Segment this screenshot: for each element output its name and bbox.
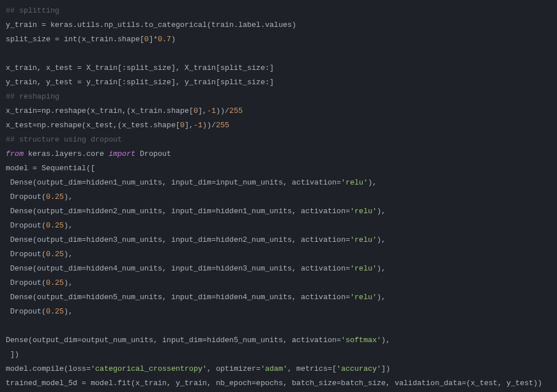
code-line: trained_model_5d = model.fit(x_train, y_… xyxy=(6,376,551,390)
code-text: hidden3_num_units xyxy=(216,264,292,273)
code-line: x_test=np.reshape(x_test,(x_test.shape[0… xyxy=(6,118,551,132)
code-text: , activation= xyxy=(283,178,341,187)
code-text: ), xyxy=(377,207,386,215)
code-text: Dense(output_dim= xyxy=(6,264,86,273)
code-text: Dense(output_dim= xyxy=(6,293,86,301)
code-text: Dropout( xyxy=(6,221,46,230)
string-literal: 'relu' xyxy=(350,236,377,244)
code-line: Dropout(0.25), xyxy=(6,190,551,204)
code-text: input_num_units xyxy=(216,178,283,187)
code-text: Dropout( xyxy=(6,307,46,316)
code-text: , input_dim= xyxy=(162,207,216,215)
code-text: x_train, x_test = X_train[:split_size], … xyxy=(6,64,274,72)
code-text: , input_dim= xyxy=(162,293,216,301)
code-text: , input_dim= xyxy=(153,336,207,344)
code-text: ), xyxy=(64,307,73,316)
code-text: , activation= xyxy=(292,236,350,244)
keyword-from: from xyxy=(6,150,23,158)
code-line: Dropout(0.25), xyxy=(6,218,551,233)
code-line: ]) xyxy=(6,347,551,362)
string-literal: 'softmax' xyxy=(341,336,381,344)
code-line: from keras.layers.core import Dropout xyxy=(6,147,551,161)
code-text: ]) xyxy=(381,364,390,373)
code-text: split_size = int(x_train.shape[ xyxy=(6,35,144,44)
code-text: ), xyxy=(377,264,386,273)
code-text: , input_dim= xyxy=(162,264,216,273)
comment: ## structure using dropout xyxy=(6,135,122,144)
code-text: model.compile(loss= xyxy=(6,364,91,373)
code-text: x_train=np.reshape(x_train,(x_train.shap… xyxy=(6,107,194,115)
code-line: model.compile(loss='categorical_crossent… xyxy=(6,362,551,376)
code-text: ], xyxy=(198,107,207,115)
code-text: ), xyxy=(368,178,377,187)
code-text: model = Sequential([ xyxy=(6,164,95,173)
code-text: hidden5_num_units xyxy=(86,293,162,301)
string-literal: 'accuracy' xyxy=(336,364,381,373)
code-line: Dense(output_dim=output_num_units, input… xyxy=(6,333,551,347)
code-line: Dropout(0.25), xyxy=(6,247,551,261)
code-text: Dropout xyxy=(135,150,171,158)
blank-line xyxy=(6,46,551,61)
number-literal: 255 xyxy=(216,121,229,130)
comment: ## reshaping xyxy=(6,92,60,101)
code-line: x_train=np.reshape(x_train,(x_train.shap… xyxy=(6,104,551,118)
code-line: ## structure using dropout xyxy=(6,132,551,147)
string-literal: 'relu' xyxy=(350,264,377,273)
code-text: hidden2_num_units xyxy=(216,236,292,244)
code-line: Dense(output_dim=hidden3_num_units, inpu… xyxy=(6,233,551,247)
code-text: keras.layers.core xyxy=(23,150,108,158)
code-text: y_train = keras.utils.np_utils.to_catego… xyxy=(6,21,296,29)
code-text: hidden4_num_units xyxy=(86,264,162,273)
code-text: ]* xyxy=(149,35,158,44)
number-literal: 0 xyxy=(144,35,149,44)
code-text: , activation= xyxy=(292,293,350,301)
code-text: hidden3_num_units xyxy=(86,236,162,244)
string-literal: 'adam' xyxy=(261,364,288,373)
code-line: Dense(output_dim=hidden1_num_units, inpu… xyxy=(6,175,551,190)
code-text: Dropout( xyxy=(6,193,46,201)
number-literal: 255 xyxy=(229,107,242,115)
string-literal: 'relu' xyxy=(341,178,368,187)
code-text: ), xyxy=(381,336,390,344)
number-literal: -1 xyxy=(207,107,216,115)
number-literal: 0.25 xyxy=(46,307,64,316)
code-line: Dense(output_dim=hidden2_num_units, inpu… xyxy=(6,204,551,218)
code-text: , activation= xyxy=(292,207,350,215)
code-text: ) xyxy=(171,35,176,44)
number-literal: -1 xyxy=(194,121,203,130)
number-literal: 0.25 xyxy=(46,250,64,258)
code-line: split_size = int(x_train.shape[0]*0.7) xyxy=(6,32,551,46)
number-literal: 0.7 xyxy=(158,35,171,44)
code-text: , input_dim= xyxy=(162,178,216,187)
string-literal: 'relu' xyxy=(350,207,377,215)
code-text: ))/ xyxy=(216,107,229,115)
code-line: y_train, y_test = y_train[:split_size], … xyxy=(6,75,551,89)
code-line: ## reshaping xyxy=(6,89,551,104)
string-literal: 'categorical_crossentropy' xyxy=(91,364,207,373)
code-text: ), xyxy=(64,193,73,201)
comment: ## splitting xyxy=(6,6,60,15)
code-text: ]) xyxy=(6,350,19,359)
code-text: Dropout( xyxy=(6,279,46,287)
blank-line xyxy=(6,319,551,333)
code-text: ))/ xyxy=(202,121,215,130)
code-text: x_test=np.reshape(x_test,(x_test.shape[ xyxy=(6,121,180,130)
number-literal: 0 xyxy=(180,121,185,130)
code-line: Dense(output_dim=hidden5_num_units, inpu… xyxy=(6,290,551,304)
keyword-import: import xyxy=(108,150,135,158)
code-text: ), xyxy=(64,279,73,287)
code-text: , metrics=[ xyxy=(288,364,337,373)
code-text: , input_dim= xyxy=(162,236,216,244)
code-text: ), xyxy=(377,293,386,301)
string-literal: 'relu' xyxy=(350,293,377,301)
code-line: ## splitting xyxy=(6,3,551,18)
code-text: hidden5_num_units xyxy=(207,336,283,344)
code-text: Dense(output_dim= xyxy=(6,336,82,344)
code-line: model = Sequential([ xyxy=(6,161,551,175)
code-editor[interactable]: ## splitting y_train = keras.utils.np_ut… xyxy=(6,3,551,390)
code-text: y_train, y_test = y_train[:split_size], … xyxy=(6,78,274,87)
code-text: ), xyxy=(377,236,386,244)
number-literal: 0.25 xyxy=(46,193,64,201)
code-text: ), xyxy=(64,221,73,230)
code-text: trained_model_5d = model.fit(x_train, y_… xyxy=(6,379,542,387)
